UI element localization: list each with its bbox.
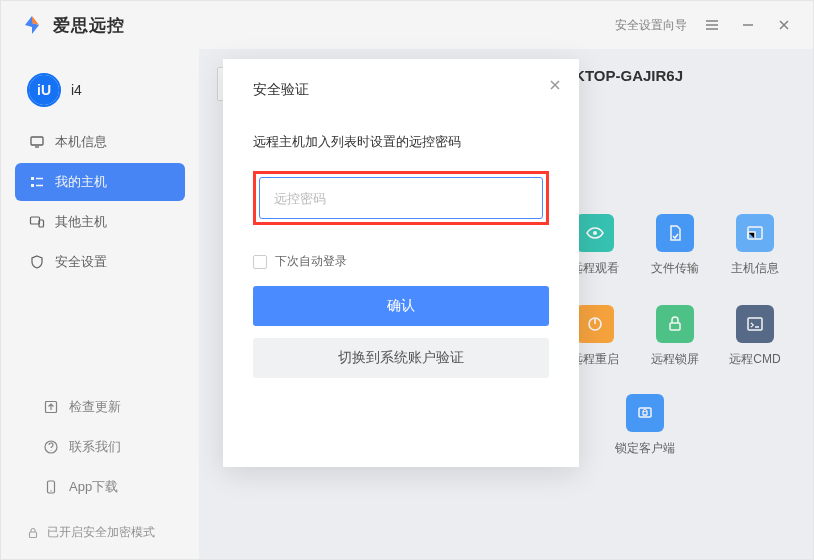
dialog-subtitle: 远程主机加入列表时设置的远控密码 [253, 133, 549, 151]
security-verify-dialog: 安全验证 远程主机加入列表时设置的远控密码 下次自动登录 确认 切换到系统账户验… [223, 59, 579, 467]
confirm-button[interactable]: 确认 [253, 286, 549, 326]
remote-password-input[interactable] [259, 177, 543, 219]
auto-login-label: 下次自动登录 [275, 253, 347, 270]
auto-login-row[interactable]: 下次自动登录 [253, 253, 549, 270]
password-highlight-frame [253, 171, 549, 225]
auto-login-checkbox[interactable] [253, 255, 267, 269]
dialog-title: 安全验证 [253, 81, 549, 99]
switch-auth-button[interactable]: 切换到系统账户验证 [253, 338, 549, 378]
close-icon [549, 79, 561, 91]
dialog-close-button[interactable] [549, 79, 561, 91]
